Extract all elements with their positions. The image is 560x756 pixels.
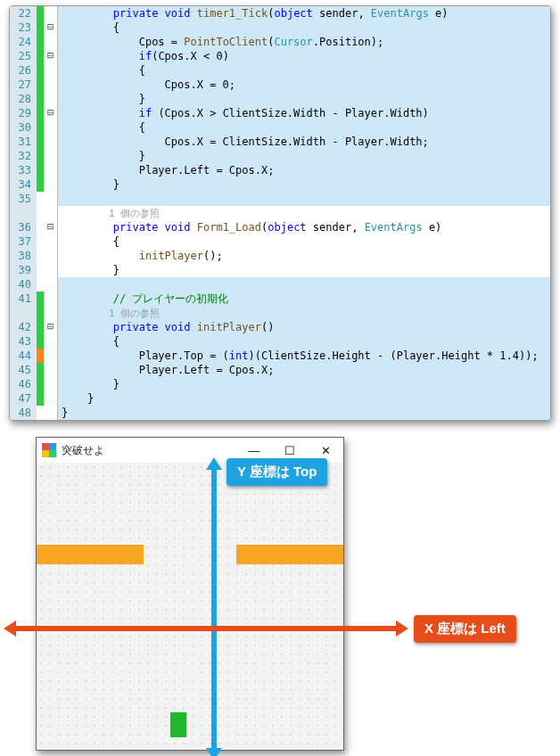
outline-toggle[interactable]: ⊟ [44, 49, 58, 63]
outline-toggle [44, 120, 58, 135]
code-text[interactable]: } [58, 149, 550, 163]
line-number: 35 [10, 192, 37, 206]
code-text[interactable]: if (Cpos.X > ClientSize.Width - Player.W… [58, 106, 550, 120]
outline-toggle[interactable]: ⊟ [44, 320, 58, 334]
change-marker [37, 320, 44, 334]
change-marker [37, 263, 44, 277]
outline-toggle[interactable]: ⊟ [44, 106, 58, 120]
code-text[interactable]: { [58, 120, 550, 135]
code-line[interactable]: 23⊟ { [10, 21, 550, 35]
line-number: 33 [10, 163, 37, 177]
outline-toggle[interactable]: ⊟ [44, 220, 58, 234]
line-number [10, 206, 37, 220]
line-number: 25 [10, 49, 37, 63]
y-axis-arrow [211, 468, 217, 750]
code-text[interactable]: } [58, 92, 550, 106]
code-line[interactable]: 44 Player.Top = (int)(ClientSize.Height … [10, 349, 550, 363]
code-text[interactable]: private void timer1_Tick(object sender, … [58, 6, 550, 21]
code-line[interactable]: 34 } [10, 177, 550, 192]
x-axis-arrow [14, 626, 398, 631]
line-number: 22 [10, 6, 37, 21]
code-line[interactable]: 42⊟ private void initPlayer() [10, 320, 550, 334]
change-marker [37, 334, 44, 349]
code-line[interactable]: 36⊟ private void Form1_Load(object sende… [10, 220, 550, 234]
outline-toggle[interactable]: ⊟ [44, 21, 58, 35]
code-line[interactable]: 45 Player.Left = Cpos.X; [10, 363, 550, 377]
code-text[interactable] [58, 277, 550, 292]
code-line[interactable]: 46 } [10, 377, 550, 391]
outline-toggle [44, 377, 58, 391]
code-line[interactable]: 27 Cpos.X = 0; [10, 78, 550, 92]
code-line[interactable]: 1 個の参照 [10, 206, 550, 220]
change-marker [37, 177, 44, 192]
code-editor[interactable]: 22 private void timer1_Tick(object sende… [9, 5, 551, 421]
change-marker [37, 377, 44, 391]
code-text[interactable]: { [58, 334, 550, 349]
code-line[interactable]: 41 // プレイヤーの初期化 [10, 292, 550, 306]
code-line[interactable]: 24 Cpos = PointToClient(Cursor.Position)… [10, 35, 550, 49]
code-line[interactable]: 48} [10, 406, 550, 420]
outline-toggle [44, 206, 58, 220]
change-marker [37, 292, 44, 306]
change-marker [37, 391, 44, 406]
line-number: 39 [10, 263, 37, 277]
outline-toggle [44, 277, 58, 292]
outline-toggle [44, 35, 58, 49]
change-marker [37, 220, 44, 234]
code-text[interactable]: Player.Left = Cpos.X; [58, 163, 550, 177]
obstacle-right [236, 545, 343, 564]
outline-toggle [44, 163, 58, 177]
code-line[interactable]: 32 } [10, 149, 550, 163]
code-text[interactable]: { [58, 234, 550, 249]
code-text[interactable]: } [58, 177, 550, 192]
code-line[interactable]: 22 private void timer1_Tick(object sende… [10, 6, 550, 21]
code-line[interactable]: 40 [10, 277, 550, 292]
code-text[interactable]: } [58, 406, 550, 420]
code-text[interactable]: if(Cpos.X < 0) [58, 49, 550, 63]
code-line[interactable]: 31 Cpos.X = ClientSize.Width - Player.Wi… [10, 135, 550, 149]
change-marker [37, 6, 44, 21]
code-text[interactable]: 1 個の参照 [58, 206, 550, 220]
line-number: 44 [10, 349, 37, 363]
code-text[interactable]: } [58, 263, 550, 277]
code-line[interactable]: 38 initPlayer(); [10, 249, 550, 263]
code-line[interactable]: 28 } [10, 92, 550, 106]
change-marker [37, 349, 44, 363]
code-line[interactable]: 33 Player.Left = Cpos.X; [10, 163, 550, 177]
code-text[interactable] [58, 192, 550, 206]
code-text[interactable]: initPlayer(); [58, 249, 550, 263]
change-marker [37, 277, 44, 292]
change-marker [37, 163, 44, 177]
code-line[interactable]: 39 } [10, 263, 550, 277]
form-client-area [37, 463, 343, 750]
code-line[interactable]: 35 [10, 192, 550, 206]
code-line[interactable]: 26 { [10, 63, 550, 78]
outline-toggle [44, 292, 58, 306]
code-text[interactable]: } [58, 391, 550, 406]
code-line[interactable]: 43 { [10, 334, 550, 349]
code-line[interactable]: 37 { [10, 234, 550, 249]
obstacle-left [37, 545, 144, 564]
code-text[interactable]: } [58, 377, 550, 391]
change-marker [37, 106, 44, 120]
code-text[interactable]: private void initPlayer() [58, 320, 550, 334]
code-line[interactable]: 30 { [10, 120, 550, 135]
line-number [10, 306, 37, 320]
code-line[interactable]: 1 個の参照 [10, 306, 550, 320]
line-number: 42 [10, 320, 37, 334]
code-text[interactable]: // プレイヤーの初期化 [58, 292, 550, 306]
code-text[interactable]: Cpos = PointToClient(Cursor.Position); [58, 35, 550, 49]
code-text[interactable]: Player.Top = (int)(ClientSize.Height - (… [58, 349, 550, 363]
code-text[interactable]: Cpos.X = 0; [58, 78, 550, 92]
code-text[interactable]: private void Form1_Load(object sender, E… [58, 220, 550, 234]
code-text[interactable]: Cpos.X = ClientSize.Width - Player.Width… [58, 135, 550, 149]
code-text[interactable]: 1 個の参照 [58, 306, 550, 320]
code-text[interactable]: { [58, 63, 550, 78]
code-line[interactable]: 25⊟ if(Cpos.X < 0) [10, 49, 550, 63]
code-text[interactable]: { [58, 21, 550, 35]
code-line[interactable]: 47 } [10, 391, 550, 406]
code-text[interactable]: Player.Left = Cpos.X; [58, 363, 550, 377]
line-number: 31 [10, 135, 37, 149]
change-marker [37, 192, 44, 206]
code-line[interactable]: 29⊟ if (Cpos.X > ClientSize.Width - Play… [10, 106, 550, 120]
